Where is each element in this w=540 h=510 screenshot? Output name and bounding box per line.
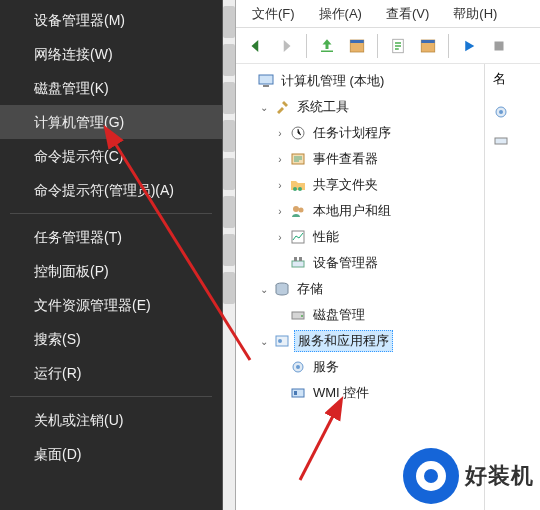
properties-button[interactable]: [384, 32, 412, 60]
menu-help[interactable]: 帮助(H): [453, 5, 497, 23]
start-service-button[interactable]: [455, 32, 483, 60]
ctx-item-disk-management[interactable]: 磁盘管理(K): [0, 71, 222, 105]
tree-disk-management[interactable]: › 磁盘管理: [242, 302, 484, 328]
tree-event-viewer[interactable]: › 事件查看器: [242, 146, 484, 172]
expand-toggle[interactable]: ⌄: [258, 284, 270, 295]
back-button[interactable]: [242, 32, 270, 60]
actions-header: 名: [493, 70, 532, 88]
tree-shared-folders[interactable]: › 共享文件夹: [242, 172, 484, 198]
view-button[interactable]: [343, 32, 371, 60]
tree-label: 设备管理器: [310, 253, 381, 273]
svg-point-22: [278, 339, 282, 343]
computer-management-window: 文件(F) 操作(A) 查看(V) 帮助(H): [236, 0, 540, 510]
expand-toggle[interactable]: ›: [274, 206, 286, 217]
forward-button[interactable]: [272, 32, 300, 60]
tree-device-manager[interactable]: › 设备管理器: [242, 250, 484, 276]
svg-point-11: [298, 187, 302, 191]
divider-strip: [222, 0, 236, 510]
menu-action[interactable]: 操作(A): [319, 5, 362, 23]
actions-item[interactable]: [493, 126, 532, 154]
tree-label: 存储: [294, 279, 326, 299]
svg-point-20: [301, 315, 303, 317]
svg-rect-7: [263, 85, 269, 87]
svg-point-13: [299, 208, 304, 213]
ctx-item-device-manager[interactable]: 设备管理器(M): [0, 3, 222, 37]
event-viewer-icon: [290, 151, 306, 167]
stop-service-button[interactable]: [485, 32, 513, 60]
tree-services-and-applications[interactable]: ⌄ 服务和应用程序: [242, 328, 484, 354]
performance-icon: [290, 229, 306, 245]
expand-toggle[interactable]: ›: [274, 128, 286, 139]
tree-label: 性能: [310, 227, 342, 247]
tree-label: 事件查看器: [310, 149, 381, 169]
svg-rect-29: [495, 138, 507, 144]
ctx-label: 网络连接(W): [34, 46, 113, 62]
ctx-item-task-manager[interactable]: 任务管理器(T): [0, 220, 222, 254]
tree-label: 本地用户和组: [310, 201, 394, 221]
expand-toggle[interactable]: ›: [274, 154, 286, 165]
tree-performance[interactable]: › 性能: [242, 224, 484, 250]
tree-services[interactable]: › 服务: [242, 354, 484, 380]
actions-pane: 名: [484, 64, 540, 510]
svg-point-24: [296, 365, 300, 369]
forward-arrow-icon: [277, 37, 295, 55]
ctx-item-desktop[interactable]: 桌面(D): [0, 437, 222, 471]
shared-folder-icon: [290, 177, 306, 193]
expand-toggle[interactable]: ⌄: [258, 102, 270, 113]
svg-rect-26: [294, 391, 297, 395]
expand-toggle[interactable]: ⌄: [258, 336, 270, 347]
ctx-item-command-prompt[interactable]: 命令提示符(C): [0, 139, 222, 173]
ctx-label: 运行(R): [34, 365, 81, 381]
ctx-item-computer-management[interactable]: 计算机管理(G): [0, 105, 222, 139]
ctx-item-file-explorer[interactable]: 文件资源管理器(E): [0, 288, 222, 322]
tree-local-users-groups[interactable]: › 本地用户和组: [242, 198, 484, 224]
svg-rect-6: [259, 75, 273, 84]
svg-rect-16: [294, 257, 297, 261]
ctx-label: 任务管理器(T): [34, 229, 122, 245]
toolbar-separator: [306, 34, 307, 58]
gear-icon: [493, 104, 509, 120]
refresh-button[interactable]: [414, 32, 442, 60]
tree-root-computer-management[interactable]: ▾ 计算机管理 (本地): [242, 68, 484, 94]
tree-task-scheduler[interactable]: › 任务计划程序: [242, 120, 484, 146]
menubar: 文件(F) 操作(A) 查看(V) 帮助(H): [236, 0, 540, 28]
up-button[interactable]: [313, 32, 341, 60]
ctx-label: 磁盘管理(K): [34, 80, 109, 96]
tree-label: 计算机管理 (本地): [278, 71, 387, 91]
refresh-icon: [419, 37, 437, 55]
ctx-label: 计算机管理(G): [34, 114, 124, 130]
ctx-label: 桌面(D): [34, 446, 81, 462]
run-service-icon: [460, 37, 478, 55]
ctx-item-run[interactable]: 运行(R): [0, 356, 222, 390]
ctx-item-command-prompt-admin[interactable]: 命令提示符(管理员)(A): [0, 173, 222, 207]
up-icon: [318, 37, 336, 55]
tree-storage[interactable]: ⌄ 存储: [242, 276, 484, 302]
ctx-label: 控制面板(P): [34, 263, 109, 279]
svg-rect-15: [292, 261, 304, 267]
computer-icon: [258, 73, 274, 89]
ctx-item-network-connections[interactable]: 网络连接(W): [0, 37, 222, 71]
actions-item[interactable]: [493, 98, 532, 126]
wmi-icon: [290, 385, 306, 401]
expand-toggle[interactable]: ›: [274, 232, 286, 243]
svg-point-10: [293, 187, 297, 191]
brand-logo-icon: [403, 448, 459, 504]
properties-icon: [389, 37, 407, 55]
clock-icon: [290, 125, 306, 141]
tree-system-tools[interactable]: ⌄ 系统工具: [242, 94, 484, 120]
ctx-item-search[interactable]: 搜索(S): [0, 322, 222, 356]
device-manager-icon: [290, 255, 306, 271]
svg-rect-25: [292, 389, 304, 397]
ctx-label: 关机或注销(U): [34, 412, 123, 428]
ctx-item-control-panel[interactable]: 控制面板(P): [0, 254, 222, 288]
svg-rect-4: [421, 40, 435, 43]
svg-rect-17: [299, 257, 302, 261]
ctx-item-shutdown-signout[interactable]: 关机或注销(U): [0, 403, 222, 437]
tree-label: 任务计划程序: [310, 123, 394, 143]
expand-toggle[interactable]: ›: [274, 180, 286, 191]
tree-wmi-control[interactable]: › WMI 控件: [242, 380, 484, 406]
device-icon: [493, 132, 509, 148]
stop-service-icon: [490, 37, 508, 55]
menu-view[interactable]: 查看(V): [386, 5, 429, 23]
menu-file[interactable]: 文件(F): [252, 5, 295, 23]
